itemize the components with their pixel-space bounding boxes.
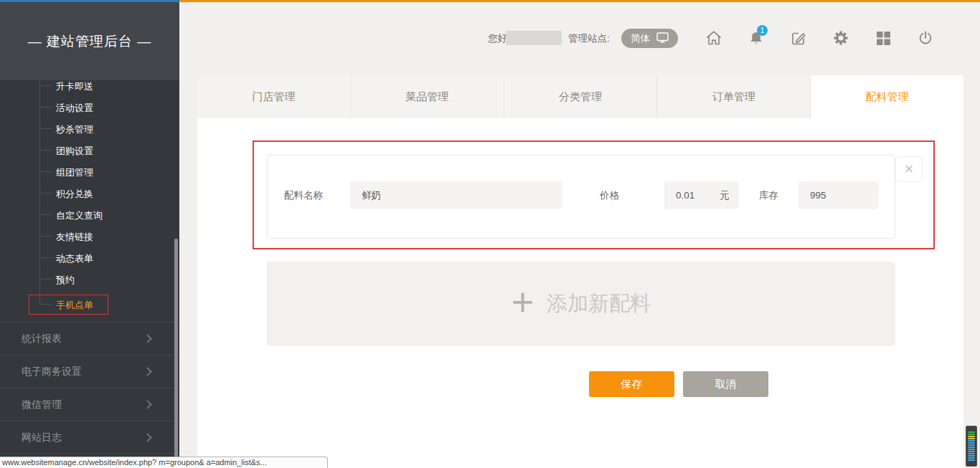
stripe [968, 442, 975, 444]
sidebar-title: — 建站管理后台 — [0, 2, 179, 80]
tree-tick-icon [39, 236, 52, 237]
stripe [968, 453, 975, 454]
stock-label: 库存 [759, 181, 778, 209]
tree-tick-icon [39, 257, 52, 258]
stock-input[interactable]: 995 [798, 181, 879, 209]
sidebar-item[interactable]: 升卡即送 [39, 80, 176, 97]
tree-tick-icon [39, 193, 52, 194]
chevron-right-icon [143, 367, 152, 376]
price-unit: 元 [720, 189, 740, 202]
power-icon[interactable] [916, 29, 935, 47]
save-button[interactable]: 保存 [589, 371, 674, 397]
price-input[interactable]: 0.01 元 [664, 181, 739, 209]
stripe [968, 431, 975, 433]
tab-2[interactable]: 菜品管理 [351, 75, 504, 118]
sidebar-item[interactable]: 秒杀管理 [39, 118, 176, 140]
price-label: 价格 [600, 181, 619, 209]
tab-bar: 门店管理菜品管理分类管理订单管理配料管理 [197, 75, 963, 118]
admin-backend-screen: — 建站管理后台 — 升卡即送活动设置秒杀管理团购设置组团管理积分兑换自定义查询… [0, 0, 980, 468]
sidebar-item[interactable]: 自定义查询 [39, 204, 176, 226]
sidebar-section[interactable]: 统计报表 [0, 322, 179, 355]
close-icon[interactable]: × [895, 156, 923, 182]
stripe [968, 449, 975, 450]
plus-icon: + [512, 282, 534, 321]
tree-tick-icon [39, 171, 52, 172]
tab-5[interactable]: 配料管理 [811, 75, 963, 118]
stripe [968, 459, 975, 461]
chevron-right-icon [143, 400, 152, 409]
monitor-icon [656, 32, 669, 45]
stripe [968, 457, 975, 459]
edit-icon[interactable] [789, 29, 808, 47]
sidebar-item[interactable]: 积分兑换 [39, 183, 176, 204]
sidebar-item[interactable]: 动态表单 [39, 247, 176, 269]
sidebar-section[interactable]: 网站日志 [0, 421, 179, 454]
home-icon[interactable] [705, 29, 723, 47]
sidebar-item[interactable]: 活动设置 [39, 97, 176, 118]
tab-1[interactable]: 门店管理 [197, 75, 351, 118]
tree-tick-icon [39, 279, 52, 280]
stripe [968, 444, 975, 446]
gear-icon[interactable] [831, 29, 850, 47]
sidebar-item[interactable]: 友情链接 [39, 226, 176, 247]
sidebar-scrollbar-thumb[interactable] [174, 239, 178, 461]
manage-site-label: 管理站点: [568, 32, 610, 45]
redacted-username [506, 31, 562, 45]
ingredient-name-label: 配料名称 [284, 181, 323, 209]
browser-status-bar: www.websitemanage.cn/website/index.php? … [0, 457, 328, 468]
language-label: 简体 [631, 32, 650, 45]
tree-tick-icon [39, 128, 52, 129]
tree-tick-icon [39, 150, 52, 151]
sidebar-item[interactable]: 团购设置 [39, 140, 176, 161]
notification-bell-icon[interactable]: 1 [747, 29, 765, 47]
add-new-ingredient-button[interactable]: + 添加新配料 [267, 262, 895, 346]
stripe [968, 436, 975, 437]
stripe [968, 451, 975, 452]
ingredient-name-input[interactable]: 鲜奶 [350, 181, 562, 209]
chevron-right-icon [143, 334, 152, 343]
stripe-indicator-widget [966, 426, 977, 467]
notification-badge: 1 [757, 25, 768, 36]
tree-tick-icon [39, 85, 52, 86]
sidebar: — 建站管理后台 — 升卡即送活动设置秒杀管理团购设置组团管理积分兑换自定义查询… [0, 2, 179, 468]
top-border-orange [179, 0, 980, 2]
tree-tick-icon [39, 214, 52, 215]
sidebar-item[interactable]: 组团管理 [39, 161, 176, 183]
cancel-button[interactable]: 取消 [683, 371, 768, 397]
sidebar-section[interactable]: 电子商务设置 [0, 355, 179, 388]
stripe [968, 440, 975, 441]
chevron-right-icon [143, 433, 152, 442]
sidebar-submenu: 升卡即送活动设置秒杀管理团购设置组团管理积分兑换自定义查询友情链接动态表单预约手… [0, 80, 179, 317]
tab-4[interactable]: 订单管理 [657, 75, 811, 118]
sidebar-item[interactable]: 预约 [39, 269, 176, 290]
stripe [968, 446, 975, 448]
sidebar-section[interactable]: 微信管理 [0, 388, 179, 421]
stripe [968, 455, 975, 457]
language-pill-button[interactable]: 简体 [621, 29, 678, 48]
stripe [968, 438, 975, 439]
tree-tick-icon [39, 304, 52, 305]
greeting-label: 您好 [488, 32, 507, 45]
tab-3[interactable]: 分类管理 [504, 75, 658, 118]
apps-grid-icon[interactable] [874, 29, 892, 47]
tree-tick-icon [39, 107, 52, 108]
sidebar-item[interactable]: 手机点单 [39, 294, 176, 315]
stripe [968, 434, 975, 435]
